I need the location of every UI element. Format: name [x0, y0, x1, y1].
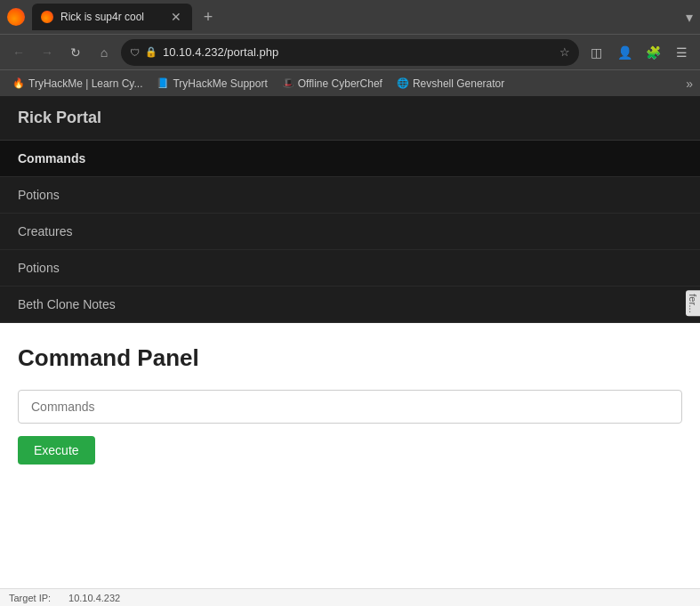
bookmark-revshell[interactable]: 🌐 Revshell Generator — [391, 76, 510, 92]
reload-button[interactable]: ↻ — [64, 41, 87, 64]
tab-favicon-icon — [41, 11, 53, 23]
bookmark-tryhackme-label: TryHackMe | Learn Cy... — [28, 77, 142, 90]
bookmark-cyberchef[interactable]: 🎩 Offline CyberChef — [277, 76, 388, 92]
bookmark-star-icon[interactable]: ☆ — [559, 45, 570, 59]
bookmark-revshell-label: Revshell Generator — [413, 77, 504, 90]
home-button[interactable]: ⌂ — [93, 41, 116, 64]
cyberchef-icon: 🎩 — [282, 77, 294, 89]
bookmark-support-label: TryHackMe Support — [173, 77, 267, 90]
bookmark-cyberchef-label: Offline CyberChef — [298, 77, 382, 90]
site-title: Rick Portal — [18, 109, 101, 126]
bookmarks-more-button[interactable]: » — [686, 77, 693, 91]
nav-item-beth-clone-notes[interactable]: Beth Clone Notes — [0, 287, 700, 323]
nav-bar: ← → ↻ ⌂ 🛡 🔒 10.10.4.232/portal.php ☆ ◫ 👤… — [0, 34, 700, 69]
main-content: Command Panel Execute — [0, 323, 700, 486]
title-bar: Rick is sup4r cool ✕ + ▾ — [0, 0, 700, 34]
sidebar-hint: fer... — [686, 290, 700, 316]
status-ip: 10.10.4.232 — [68, 593, 120, 603]
support-icon: 📘 — [157, 77, 169, 89]
back-button[interactable]: ← — [7, 41, 30, 64]
firefox-account-icon[interactable]: 👤 — [613, 41, 636, 64]
tryhackme-icon: 🔥 — [12, 77, 25, 89]
revshell-icon: 🌐 — [397, 77, 409, 89]
site-nav: Commands Potions Creatures Potions Beth … — [0, 141, 700, 323]
window-controls[interactable]: ▾ — [686, 9, 693, 26]
website: Rick Portal Commands Potions Creatures P… — [0, 96, 700, 486]
security-icon: 🛡 — [130, 47, 140, 58]
nav-item-creatures[interactable]: Creatures — [0, 214, 700, 250]
bookmark-support[interactable]: 📘 TryHackMe Support — [151, 76, 272, 92]
nav-item-commands[interactable]: Commands — [0, 141, 700, 177]
bookmark-tryhackme[interactable]: 🔥 TryHackMe | Learn Cy... — [7, 76, 148, 92]
address-bar[interactable]: 🛡 🔒 10.10.4.232/portal.php ☆ — [121, 39, 579, 66]
status-bar: Target IP: 10.10.4.232 — [0, 588, 700, 606]
tab-bar: Rick is sup4r cool ✕ + — [32, 4, 679, 30]
address-actions: ☆ — [559, 45, 570, 59]
new-tab-button[interactable]: + — [196, 4, 221, 29]
lock-icon: 🔒 — [145, 46, 157, 58]
execute-button[interactable]: Execute — [18, 436, 95, 465]
url-text[interactable]: 10.10.4.232/portal.php — [163, 45, 554, 59]
page-title: Command Panel — [18, 344, 682, 372]
tab-title: Rick is sup4r cool — [60, 11, 162, 23]
nav-item-potions-1[interactable]: Potions — [0, 177, 700, 214]
toolbar-icons: ◫ 👤 🧩 ☰ — [584, 41, 693, 64]
active-tab[interactable]: Rick is sup4r cool ✕ — [32, 4, 192, 30]
bookmarks-bar: 🔥 TryHackMe | Learn Cy... 📘 TryHackMe Su… — [0, 69, 700, 96]
forward-button[interactable]: → — [36, 41, 59, 64]
extensions-icon[interactable]: 🧩 — [641, 41, 664, 64]
firefox-logo-icon — [7, 8, 25, 26]
status-label: Target IP: — [9, 593, 51, 603]
pocket-icon[interactable]: ◫ — [584, 41, 607, 64]
commands-input[interactable] — [18, 390, 682, 424]
menu-button[interactable]: ☰ — [670, 41, 693, 64]
site-header: Rick Portal — [0, 96, 700, 141]
nav-item-potions-2[interactable]: Potions — [0, 250, 700, 287]
browser-chrome: Rick is sup4r cool ✕ + ▾ ← → ↻ ⌂ 🛡 🔒 10.… — [0, 0, 700, 96]
tab-close-button[interactable]: ✕ — [169, 10, 183, 24]
